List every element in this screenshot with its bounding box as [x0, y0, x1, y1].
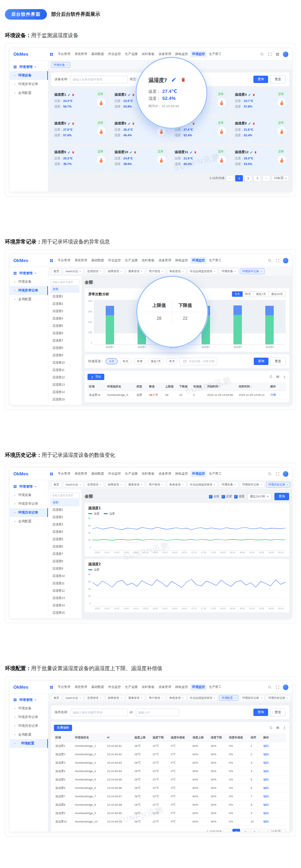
close-icon[interactable]: ×	[260, 483, 262, 486]
page-size-select[interactable]: 10条/页	[272, 175, 289, 181]
range-button[interactable]: 今天	[232, 291, 243, 297]
list-item[interactable]: 温湿度14	[50, 389, 79, 396]
tab-chip[interactable]: 权限管理×	[105, 695, 125, 701]
refresh-icon[interactable]	[269, 725, 273, 731]
delete-icon[interactable]	[254, 149, 257, 155]
list-item-all[interactable]: 全部	[50, 286, 79, 293]
tab-chip[interactable]: 作业远程监控管理×	[188, 695, 218, 701]
page-number-button[interactable]: 2	[244, 175, 252, 181]
page-size-select[interactable]: 10条/页	[269, 829, 286, 832]
device-card[interactable]: 温湿度10 温度：24.8℃ 湿度：38.9% 正常	[111, 146, 169, 172]
sidebar-item[interactable]: 环境设备	[10, 704, 48, 713]
top-nav-item[interactable]: 系统管理	[73, 470, 89, 477]
table-row[interactable]: 温湿度6 HumitureEdge_6 10.10.60.66 28℃ 22℃ …	[54, 784, 286, 792]
column-header[interactable]: 开始时间	[206, 383, 237, 391]
top-nav-item[interactable]: 生产追溯	[123, 51, 139, 57]
sidebar-item[interactable]: 全局配置	[10, 89, 48, 97]
tab-chip[interactable]: 环境异常记录×	[240, 695, 265, 701]
tab-chip[interactable]: SaaS企业×	[63, 695, 83, 701]
tab-chip[interactable]: 权限管理×	[105, 482, 125, 488]
table-row[interactable]: 温湿度9 HumitureEdge_9 10.10.60.69 28℃ 22℃ …	[54, 809, 286, 818]
sidebar-item[interactable]: 环境设备	[10, 277, 48, 286]
column-header[interactable]: 操作	[269, 383, 286, 391]
refresh-icon[interactable]	[269, 374, 273, 380]
column-header[interactable]: 区域	[54, 733, 74, 742]
top-nav-item[interactable]: 实时看板	[140, 257, 156, 264]
close-icon[interactable]: ×	[141, 697, 143, 700]
delete-icon[interactable]	[132, 91, 135, 98]
close-icon[interactable]: ×	[161, 270, 163, 273]
edit-link[interactable]: 编辑	[262, 776, 286, 784]
table-row[interactable]: 温湿度3 HumitureEdge_3 10.10.60.63 28℃ 22℃ …	[54, 759, 286, 767]
apps-grid-icon[interactable]	[49, 471, 54, 476]
fullscreen-icon[interactable]	[267, 52, 272, 57]
search-button[interactable]: 查询	[274, 493, 289, 500]
sidebar-item[interactable]: 全局配置	[10, 295, 48, 304]
top-nav-item[interactable]: 设备管理	[157, 470, 173, 477]
table-row[interactable]: 温湿度5 HumitureEdge_5 10.10.60.65 28℃ 22℃ …	[54, 776, 286, 784]
device-card[interactable]: 温湿度4 温度：23.7℃ 湿度：57.8% 正常	[232, 89, 289, 115]
list-item[interactable]: 温湿度2	[50, 301, 79, 308]
list-item[interactable]: 温湿度6	[50, 543, 79, 550]
sidebar-item[interactable]: 环境异常记录	[10, 713, 48, 722]
quick-filter-chip[interactable]: 昨天	[120, 358, 132, 364]
tab-chip[interactable]: 应用管理×	[85, 695, 104, 701]
device-card[interactable]: 温湿度11 温度：21.9℃ 湿度：40.3% 正常	[172, 146, 229, 172]
top-nav-item[interactable]: 基础数据	[90, 51, 106, 57]
list-item[interactable]: 温湿度3	[50, 308, 79, 315]
top-nav-item[interactable]: 生产督工	[207, 51, 223, 57]
close-icon[interactable]: ×	[234, 483, 236, 486]
table-row[interactable]: 温湿度16 HumitureEdge_K 温度 29.7℃ 28 22 0 20…	[88, 391, 286, 399]
list-item[interactable]: 温湿度4	[50, 529, 79, 536]
device-card[interactable]: 温湿度1 温度：24.3℃ 湿度：59.7% 正常	[51, 89, 108, 115]
sidebar-item[interactable]: 全局配置	[10, 730, 48, 739]
tab-chip[interactable]: 作业远程监控管理×	[188, 482, 218, 488]
top-nav-item[interactable]: 系统管理	[73, 684, 89, 690]
device-card[interactable]: 温湿度5 温度：27.5℃ 湿度：57.6% 正常	[51, 118, 108, 144]
search-button[interactable]: 查询	[254, 358, 268, 365]
table-row[interactable]: 温湿度8 HumitureEdge_8 10.10.60.68 28℃ 22℃ …	[54, 801, 286, 809]
page-number-button[interactable]: 3	[253, 175, 261, 181]
series-checkbox[interactable]: 全部	[209, 495, 219, 499]
column-header[interactable]: 操作	[262, 733, 286, 742]
list-item[interactable]: 温湿度11	[50, 580, 79, 587]
user-avatar[interactable]	[283, 258, 288, 263]
search-icon[interactable]	[260, 52, 265, 57]
top-nav-item[interactable]: 作业监控	[106, 684, 122, 690]
column-header[interactable]: 结束时间	[237, 383, 269, 391]
tab-chip[interactable]: 用户管理×	[146, 695, 166, 701]
chart-legend[interactable]: 湿度	[88, 568, 286, 572]
tab-chip[interactable]: 环境异常记录×	[240, 482, 265, 488]
top-nav-item[interactable]: 基础数据	[90, 470, 106, 477]
sort-icon[interactable]	[251, 385, 252, 388]
close-icon[interactable]: ×	[100, 483, 102, 486]
top-nav-item[interactable]: 平台管理	[56, 470, 72, 477]
top-nav-item[interactable]: 环境监控	[190, 470, 206, 477]
column-header[interactable]: 环境场所名	[106, 383, 135, 391]
close-icon[interactable]: ×	[214, 483, 216, 486]
close-icon[interactable]: ×	[120, 483, 122, 486]
next-page-button[interactable]: ›	[260, 829, 267, 832]
sidebar-item[interactable]: 环境异常记录	[10, 500, 48, 508]
sidebar-group-env[interactable]: 环境管理	[10, 482, 48, 491]
close-icon[interactable]: ×	[287, 697, 288, 700]
delete-icon[interactable]	[252, 120, 255, 126]
quick-filter-chip[interactable]: 本月	[166, 358, 178, 364]
column-header[interactable]: 类型	[135, 383, 148, 391]
tab-chip[interactable]: 权限管理×	[105, 268, 125, 274]
top-nav-item[interactable]: 环境监控	[190, 684, 206, 690]
date-range-input[interactable]: 开始日期 ~ 结束日期	[180, 358, 217, 365]
sidebar-item[interactable]: 全局配置	[10, 517, 48, 526]
close-icon[interactable]: ×	[100, 270, 102, 273]
top-nav-item[interactable]: 实时看板	[140, 684, 156, 690]
column-header[interactable]: 区域	[88, 383, 106, 391]
search-button[interactable]: 查询	[253, 76, 268, 83]
search-icon[interactable]	[267, 471, 272, 476]
tab-chip[interactable]: SaaS企业×	[63, 482, 83, 488]
reset-button[interactable]: 重置	[270, 75, 286, 83]
delete-icon[interactable]	[132, 120, 135, 126]
edit-icon[interactable]	[190, 149, 192, 155]
sidebar-item[interactable]: 环境历史记录	[10, 722, 48, 730]
close-icon[interactable]: ×	[120, 697, 122, 700]
edit-link[interactable]: 编辑	[262, 784, 286, 792]
